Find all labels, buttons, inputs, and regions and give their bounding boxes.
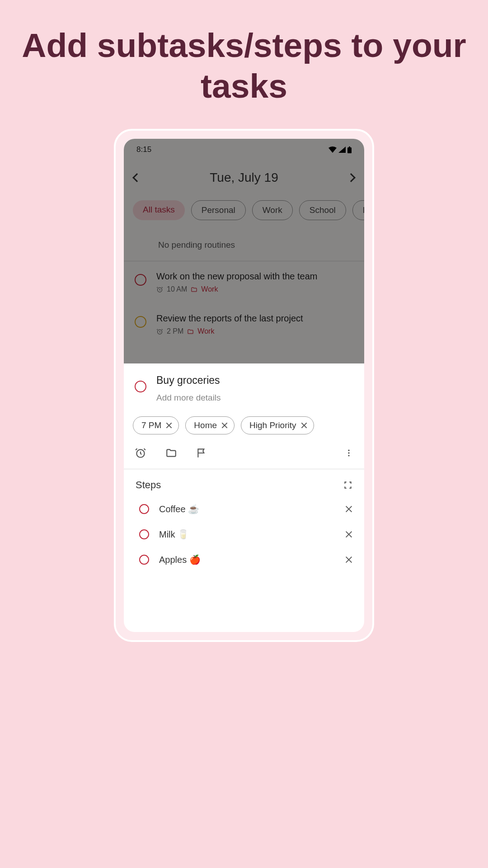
dimmed-background: 8:15 Tue, July 19 All tasks Personal Wor…: [124, 139, 364, 363]
phone-frame: 8:15 Tue, July 19 All tasks Personal Wor…: [114, 129, 374, 642]
folder-icon: [191, 286, 197, 293]
svg-point-5: [348, 450, 349, 451]
close-icon[interactable]: [166, 422, 172, 429]
more-vertical-icon[interactable]: [344, 447, 353, 459]
chevron-left-icon[interactable]: [132, 173, 141, 182]
wifi-icon: [328, 146, 337, 153]
steps-header: Steps: [124, 469, 364, 496]
svg-rect-0: [347, 147, 352, 153]
sheet-task-title[interactable]: Buy groceries: [156, 374, 353, 387]
filter-chips: All tasks Personal Work School H: [124, 196, 364, 231]
date-title[interactable]: Tue, July 19: [210, 170, 278, 185]
step-item[interactable]: Milk 🥛: [124, 522, 364, 547]
promo-title: Add subtasks/steps to your tasks: [0, 0, 488, 129]
filter-chip-school[interactable]: School: [299, 200, 346, 220]
tag-priority[interactable]: High Priority: [241, 416, 314, 434]
step-checkbox[interactable]: [139, 529, 149, 539]
sheet-task-row: Buy groceries Add more details: [124, 363, 364, 408]
svg-point-7: [348, 455, 349, 456]
battery-icon: [347, 146, 352, 153]
sheet-details-input[interactable]: Add more details: [156, 393, 353, 403]
svg-point-6: [348, 452, 349, 453]
tag-label: Home: [194, 420, 217, 430]
task-time: 10 AM: [167, 285, 187, 293]
phone-screen: 8:15 Tue, July 19 All tasks Personal Wor…: [124, 139, 364, 632]
task-time: 2 PM: [167, 327, 183, 335]
tag-time[interactable]: 7 PM: [133, 416, 179, 434]
status-time: 8:15: [136, 145, 151, 154]
filter-chip-work[interactable]: Work: [252, 200, 293, 220]
pending-message: No pending routines: [124, 231, 364, 261]
task-meta: 10 AM Work: [156, 285, 353, 293]
task-content: Work on the new proposal with the team 1…: [156, 271, 353, 293]
step-checkbox[interactable]: [139, 504, 149, 514]
step-checkbox[interactable]: [139, 555, 149, 565]
task-checkbox[interactable]: [135, 316, 146, 328]
step-label: Apples 🍎: [159, 554, 335, 565]
task-title: Work on the new proposal with the team: [156, 271, 353, 282]
step-item[interactable]: Apples 🍎: [124, 547, 364, 572]
task-category: Work: [197, 327, 214, 335]
task-detail-sheet: Buy groceries Add more details 7 PM Home…: [124, 363, 364, 572]
steps-title: Steps: [136, 479, 161, 491]
alarm-icon: [156, 328, 163, 335]
date-header: Tue, July 19: [124, 158, 364, 196]
close-icon[interactable]: [345, 505, 352, 513]
close-icon[interactable]: [301, 422, 307, 429]
svg-rect-1: [349, 146, 350, 147]
status-bar: 8:15: [124, 139, 364, 158]
folder-icon[interactable]: [165, 447, 177, 459]
close-icon[interactable]: [345, 556, 352, 563]
sheet-tags: 7 PM Home High Priority: [124, 408, 364, 437]
status-icons: [328, 146, 352, 153]
task-content: Review the reports of the last project 2…: [156, 313, 353, 335]
alarm-icon[interactable]: [135, 447, 146, 459]
step-label: Milk 🥛: [159, 529, 335, 540]
sheet-task-checkbox[interactable]: [135, 381, 146, 392]
sheet-content: Buy groceries Add more details: [156, 374, 353, 403]
flag-icon[interactable]: [196, 447, 208, 459]
task-category: Work: [201, 285, 218, 293]
alarm-icon: [156, 286, 163, 293]
filter-chip-partial[interactable]: H: [352, 200, 364, 220]
tag-label: 7 PM: [141, 420, 161, 430]
task-item[interactable]: Work on the new proposal with the team 1…: [124, 261, 364, 303]
close-icon[interactable]: [345, 531, 352, 538]
filter-chip-all[interactable]: All tasks: [133, 200, 185, 220]
expand-icon[interactable]: [343, 481, 352, 490]
tag-label: High Priority: [249, 420, 296, 430]
task-checkbox[interactable]: [135, 274, 146, 286]
step-label: Coffee ☕: [159, 504, 335, 514]
task-meta: 2 PM Work: [156, 327, 353, 335]
close-icon[interactable]: [221, 422, 228, 429]
filter-chip-personal[interactable]: Personal: [191, 200, 246, 220]
task-item[interactable]: Review the reports of the last project 2…: [124, 303, 364, 345]
tag-location[interactable]: Home: [185, 416, 235, 434]
step-item[interactable]: Coffee ☕: [124, 496, 364, 522]
action-row: [124, 437, 364, 469]
signal-icon: [338, 146, 346, 153]
chevron-right-icon[interactable]: [347, 173, 356, 182]
task-title: Review the reports of the last project: [156, 313, 353, 324]
folder-icon: [187, 328, 194, 335]
